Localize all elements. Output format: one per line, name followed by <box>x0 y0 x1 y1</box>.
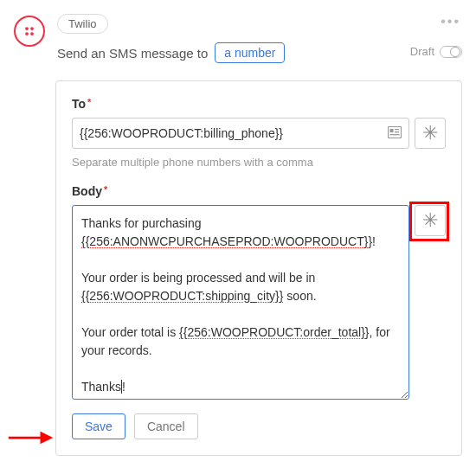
svg-point-3 <box>30 32 34 35</box>
twilio-logo <box>14 16 45 47</box>
cancel-button[interactable]: Cancel <box>134 413 198 439</box>
header-content: Twilio Send an SMS message to a number <box>57 14 462 63</box>
svg-point-0 <box>25 27 29 30</box>
app-name-pill[interactable]: Twilio <box>57 14 108 34</box>
svg-rect-6 <box>395 129 399 130</box>
body-textarea[interactable]: Thanks for purchasing {{256:ANONWCPURCHA… <box>72 205 409 400</box>
svg-marker-10 <box>41 432 54 445</box>
to-row: ✳ <box>72 118 446 149</box>
more-menu-icon[interactable]: ••• <box>441 14 460 29</box>
action-description: Send an SMS message to a number <box>57 42 462 63</box>
number-token[interactable]: a number <box>215 42 285 63</box>
to-input[interactable] <box>80 126 388 140</box>
svg-rect-5 <box>390 129 394 132</box>
description-text: Send an SMS message to <box>57 46 208 61</box>
body-variable-picker-button[interactable]: ✳ <box>415 205 446 236</box>
to-input-wrap[interactable] <box>72 118 409 149</box>
svg-rect-7 <box>395 131 399 132</box>
body-label: Body* <box>72 184 446 198</box>
header: Twilio Send an SMS message to a number •… <box>0 0 476 63</box>
asterisk-icon: ✳ <box>422 122 438 144</box>
svg-point-2 <box>25 32 29 35</box>
body-row: Thanks for purchasing {{256:ANONWCPURCHA… <box>72 205 446 400</box>
draft-label: Draft <box>410 45 434 58</box>
contact-card-icon[interactable] <box>388 126 402 141</box>
svg-point-1 <box>30 27 34 30</box>
twilio-icon <box>22 23 37 39</box>
svg-rect-8 <box>390 134 400 135</box>
to-helper-text: Separate multiple phone numbers with a c… <box>72 156 446 169</box>
to-section: To* ✳ Separate multiple phone numbers wi… <box>72 97 446 169</box>
asterisk-icon: ✳ <box>422 209 438 232</box>
save-button[interactable]: Save <box>72 413 125 439</box>
message-card: To* ✳ Separate multiple phone numbers wi… <box>55 80 462 456</box>
actions-row: Save Cancel <box>72 413 446 439</box>
toggle-switch-icon[interactable] <box>440 46 462 58</box>
draft-toggle[interactable]: Draft <box>410 45 462 58</box>
to-label: To* <box>72 97 446 111</box>
to-variable-picker-button[interactable]: ✳ <box>415 118 446 149</box>
body-section: Body* Thanks for purchasing {{256:ANONWC… <box>72 184 446 400</box>
arrow-annotation-icon <box>7 427 55 448</box>
